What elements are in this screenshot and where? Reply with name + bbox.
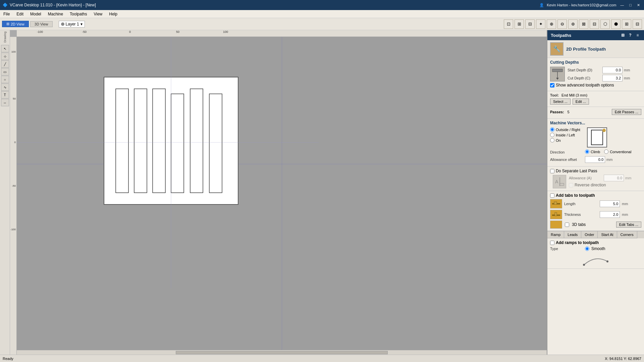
edit-tabs-btn[interactable]: Edit Tabs ... bbox=[616, 222, 641, 228]
title-close[interactable]: ✕ bbox=[636, 3, 641, 7]
select-tool-btn[interactable]: ↖ bbox=[1, 45, 9, 52]
length-input[interactable] bbox=[600, 200, 620, 207]
line-btn[interactable]: ╱ bbox=[1, 60, 9, 68]
reverse-direction-row: Reverse direction bbox=[569, 183, 631, 187]
menu-help[interactable]: Help bbox=[106, 11, 121, 17]
tab-2d-view[interactable]: ⊞ 2D View bbox=[2, 21, 29, 27]
tabs-3d-row: 3D tabs Edit Tabs ... bbox=[550, 221, 641, 229]
circle-btn[interactable]: ○ bbox=[1, 76, 9, 83]
climb-radio[interactable] bbox=[585, 149, 589, 154]
panel-header-icons: ⊞ ? ≡ bbox=[620, 32, 641, 38]
depth-fields: Start Depth (D) mm Cut Depth (C) mm bbox=[568, 67, 630, 83]
layer-selector[interactable]: Layer 1 ▾ bbox=[59, 21, 85, 27]
user-name: Kevin Harton - kev.hartonr102@gmail.com bbox=[547, 3, 616, 7]
titlebar: 🔷 VCarve Desktop 11.010 - {Kevin Harton}… bbox=[0, 0, 644, 10]
on-radio[interactable] bbox=[550, 138, 554, 142]
tab-start-at[interactable]: Start At bbox=[598, 231, 617, 238]
conventional-row: Conventional bbox=[604, 149, 631, 154]
edit-tool-btn[interactable]: Edit ... bbox=[573, 99, 589, 105]
panel-icon-2[interactable]: ? bbox=[627, 32, 633, 38]
panel-icon-3[interactable]: ≡ bbox=[635, 32, 641, 38]
rect-btn[interactable]: ▭ bbox=[1, 68, 9, 75]
menu-file[interactable]: File bbox=[0, 11, 13, 17]
settings-btn[interactable]: ⊟ bbox=[633, 19, 642, 29]
tool-buttons: Select ... Edit ... bbox=[550, 99, 641, 105]
measure-btn[interactable]: ↔ bbox=[1, 99, 9, 106]
thickness-input[interactable] bbox=[600, 211, 620, 218]
depth-svg bbox=[551, 68, 564, 80]
svg-rect-7 bbox=[554, 202, 557, 204]
menu-view[interactable]: View bbox=[90, 11, 106, 17]
h-scrollbar-thumb[interactable] bbox=[176, 351, 388, 354]
tab-order[interactable]: Order bbox=[581, 231, 598, 238]
allowance-offset-input[interactable] bbox=[585, 156, 605, 163]
tab-corners[interactable]: Corners bbox=[617, 231, 637, 238]
slot-4 bbox=[171, 94, 184, 193]
toolpath-display-btn[interactable]: ⊟ bbox=[590, 19, 599, 29]
cut-depth-row: Cut Depth (C) mm bbox=[568, 75, 630, 81]
reverse-direction-checkbox[interactable] bbox=[569, 183, 573, 187]
separate-pass-checkbox[interactable] bbox=[550, 169, 554, 173]
add-ramps-checkbox[interactable] bbox=[550, 241, 554, 245]
menu-machine[interactable]: Machine bbox=[45, 11, 66, 17]
bezier-btn[interactable]: ∿ bbox=[1, 83, 9, 91]
panel-icon-1[interactable]: ⊞ bbox=[620, 32, 626, 38]
select-tool-btn[interactable]: Select ... bbox=[550, 99, 571, 105]
bottom-tabs: Ramp Leads Order Start At Corners bbox=[547, 231, 644, 238]
zoom-selection-btn[interactable]: ⊞ bbox=[515, 19, 524, 29]
thickness-label: Thickness bbox=[564, 213, 598, 217]
zoom-in-btn[interactable]: ⊕ bbox=[547, 19, 556, 29]
render-btn[interactable]: ⬢ bbox=[611, 19, 621, 29]
reverse-direction-label: Reverse direction bbox=[575, 183, 606, 187]
title-maximize[interactable]: □ bbox=[628, 3, 633, 7]
ruler-mark: -100 bbox=[37, 30, 43, 34]
canvas-content[interactable] bbox=[17, 37, 547, 355]
canvas-area[interactable]: -100 -50 0 50 100 100 50 0 -50 -100 bbox=[10, 30, 547, 355]
right-panel: Toolpaths ⊞ ? ≡ 🔧 2D Profile Toolpath Cu… bbox=[547, 30, 644, 355]
climb-row: Climb bbox=[585, 149, 600, 154]
node-edit-btn[interactable]: ⊹ bbox=[1, 53, 9, 60]
cutting-depths-title: Cutting Depths bbox=[550, 60, 641, 65]
tab-ramp[interactable]: Ramp bbox=[547, 231, 564, 238]
cut-depth-input[interactable] bbox=[602, 75, 623, 81]
snap-btn[interactable]: ✦ bbox=[536, 19, 545, 29]
menu-model[interactable]: Model bbox=[27, 11, 45, 17]
menu-edit[interactable]: Edit bbox=[13, 11, 27, 17]
vector-display-btn[interactable]: ⊠ bbox=[579, 19, 588, 29]
toolpath-section-header: 🔧 2D Profile Toolpath bbox=[547, 40, 644, 58]
tab-leads[interactable]: Leads bbox=[564, 231, 581, 238]
show-advanced-checkbox[interactable] bbox=[550, 83, 554, 87]
smooth-radio[interactable] bbox=[585, 246, 589, 251]
toolpath-icon: 🔧 bbox=[550, 42, 564, 56]
cut-depth-unit: mm bbox=[624, 76, 630, 80]
outside-right-radio[interactable] bbox=[550, 127, 554, 132]
add-ramps-label: Add ramps to toolpath bbox=[556, 240, 599, 245]
vector-preview bbox=[584, 127, 607, 147]
inside-left-radio[interactable] bbox=[550, 133, 554, 137]
slot-5 bbox=[190, 89, 203, 193]
pan-btn[interactable]: ⊛ bbox=[568, 19, 578, 29]
conventional-radio[interactable] bbox=[604, 149, 608, 154]
start-depth-input[interactable] bbox=[602, 67, 623, 73]
text-btn[interactable]: T bbox=[1, 91, 9, 99]
tile-btn[interactable]: ⊞ bbox=[622, 19, 631, 29]
grid-btn[interactable]: ⊟ bbox=[525, 19, 535, 29]
menu-toolpaths[interactable]: Toolpaths bbox=[66, 11, 90, 17]
status-text: Ready bbox=[3, 357, 13, 361]
ramp-type-label: Type bbox=[550, 247, 584, 251]
three-d-tabs-checkbox[interactable] bbox=[565, 223, 569, 227]
edit-passes-btn[interactable]: Edit Passes ... bbox=[612, 109, 641, 115]
climb-label: Climb bbox=[591, 150, 600, 154]
slot-3 bbox=[153, 89, 165, 193]
allowance-svg: A bbox=[554, 176, 565, 187]
add-tabs-checkbox[interactable] bbox=[550, 193, 554, 198]
title-minimize[interactable]: — bbox=[619, 3, 625, 7]
zoom-out-btn[interactable]: ⊖ bbox=[557, 19, 567, 29]
wireframe-btn[interactable]: ⬡ bbox=[600, 19, 610, 29]
allowance-a-input[interactable] bbox=[604, 175, 624, 181]
thickness-unit: mm bbox=[622, 213, 628, 217]
machine-vectors-title: Machine Vectors... bbox=[550, 121, 641, 125]
fit-to-window-btn[interactable]: ⊡ bbox=[504, 19, 513, 29]
tab-3d-view[interactable]: 3D View bbox=[30, 21, 53, 27]
h-scrollbar[interactable] bbox=[17, 350, 547, 355]
